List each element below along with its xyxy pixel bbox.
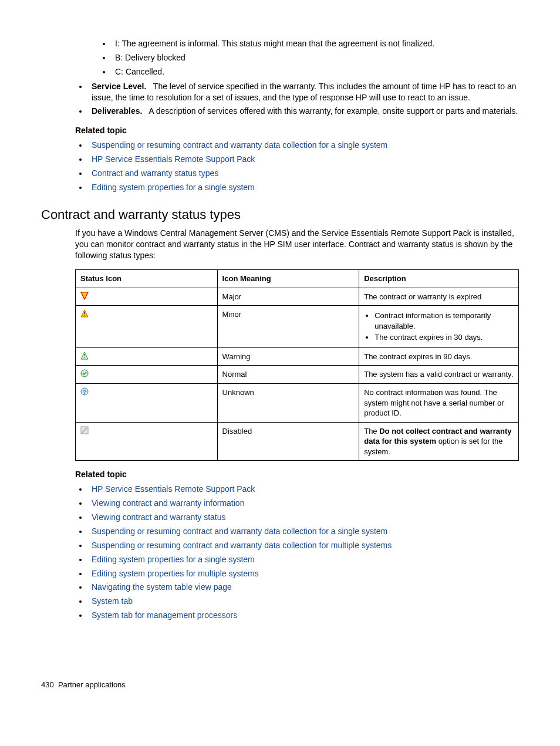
related-link-item: Suspending or resuming contract and warr… (88, 540, 519, 551)
related-link[interactable]: System tab for management processors (92, 610, 237, 620)
table-row: Major The contract or warranty is expire… (76, 288, 519, 306)
icon-meaning: Unknown (217, 383, 359, 422)
related-link-item: Suspending or resuming contract and warr… (88, 526, 519, 537)
related-link[interactable]: Suspending or resuming contract and warr… (92, 526, 387, 536)
top-content: I: The agreement is informal. This statu… (75, 38, 519, 193)
related-link[interactable]: Viewing contract and warranty informatio… (92, 498, 244, 508)
related-link-item: System tab (88, 596, 519, 607)
section-heading: Contract and warranty status types (41, 206, 519, 224)
related-link[interactable]: Editing system properties for a single s… (92, 555, 255, 564)
svg-rect-3 (84, 315, 85, 316)
related-link[interactable]: Suspending or resuming contract and warr… (92, 140, 387, 150)
svg-rect-2 (84, 312, 85, 314)
col-header-icon: Status Icon (76, 270, 218, 288)
related-topic-list-1: Suspending or resuming contract and warr… (75, 140, 519, 193)
related-link-item: System tab for management processors (88, 610, 519, 621)
definition-item-service-level: Service Level. The level of service spec… (88, 81, 519, 103)
desc-pre: The (364, 427, 379, 436)
sub-bullet-list: I: The agreement is informal. This statu… (75, 38, 519, 77)
related-link[interactable]: Contract and warranty status types (92, 168, 218, 178)
icon-meaning: Major (217, 288, 359, 306)
page-number: 430 (41, 680, 54, 689)
section-body: If you have a Windows Central Management… (75, 228, 519, 621)
icon-description: The system has a valid contract or warra… (359, 366, 519, 384)
svg-rect-6 (84, 357, 85, 357)
related-topic-heading-2: Related topic (75, 469, 519, 480)
related-link-item: HP Service Essentials Remote Support Pac… (88, 484, 519, 495)
status-icon-major (76, 288, 218, 306)
status-icon-normal (76, 366, 218, 384)
desc-list-item: Contract information is temporarily unav… (375, 310, 514, 331)
definition-list: Service Level. The level of service spec… (75, 81, 519, 117)
sub-bullet-item: C: Cancelled. (112, 66, 519, 77)
table-row: Normal The system has a valid contract o… (76, 366, 519, 384)
status-table: Status Icon Icon Meaning Description Maj… (75, 269, 519, 461)
related-link[interactable]: HP Service Essentials Remote Support Pac… (92, 154, 255, 164)
sub-bullet-item: I: The agreement is informal. This statu… (112, 38, 519, 49)
related-link[interactable]: Editing system properties for a single s… (92, 183, 255, 192)
related-link-item: Editing system properties for a single s… (88, 554, 519, 565)
service-level-text: The level of service specified in the wa… (92, 82, 516, 102)
col-header-meaning: Icon Meaning (217, 270, 359, 288)
definition-item-deliverables: Deliverables. A description of services … (88, 106, 519, 117)
status-icon-warning (76, 347, 218, 366)
related-link-item: Contract and warranty status types (88, 168, 519, 179)
related-link-item: Editing system properties for a single s… (88, 182, 519, 193)
icon-meaning: Normal (217, 366, 359, 384)
page-footer: 430 Partner applications (41, 680, 519, 690)
related-link[interactable]: HP Service Essentials Remote Support Pac… (92, 484, 255, 494)
table-row: Disabled The Do not collect contract and… (76, 422, 519, 461)
deliverables-label: Deliverables. (92, 106, 142, 116)
related-link-item: Suspending or resuming contract and warr… (88, 140, 519, 151)
related-link[interactable]: Navigating the system table view page (92, 582, 232, 592)
desc-list-item: The contract expires in 30 days. (375, 332, 514, 343)
related-link-item: Viewing contract and warranty status (88, 512, 519, 523)
service-level-label: Service Level. (92, 82, 146, 91)
svg-text:?: ? (83, 389, 86, 394)
icon-description: The Do not collect contract and warranty… (359, 422, 519, 461)
icon-description: No contract information was found. The s… (359, 383, 519, 422)
related-link-item: Editing system properties for multiple s… (88, 568, 519, 579)
icon-description: The contract or warranty is expired (359, 288, 519, 306)
related-link[interactable]: Suspending or resuming contract and warr… (92, 541, 392, 550)
related-topic-heading-1: Related topic (75, 125, 519, 136)
icon-meaning: Minor (217, 306, 359, 348)
footer-title: Partner applications (58, 680, 126, 689)
related-link[interactable]: Viewing contract and warranty status (92, 512, 226, 522)
table-row: Warning The contract expires in 90 days. (76, 347, 519, 366)
svg-marker-0 (81, 292, 88, 299)
related-link-item: Navigating the system table view page (88, 582, 519, 593)
svg-rect-5 (84, 354, 85, 356)
status-icon-minor (76, 306, 218, 348)
section-intro: If you have a Windows Central Management… (75, 228, 519, 261)
table-header-row: Status Icon Icon Meaning Description (76, 270, 519, 288)
table-row: Minor Contract information is temporaril… (76, 306, 519, 348)
related-topic-list-2: HP Service Essentials Remote Support Pac… (75, 484, 519, 621)
related-link-item: Viewing contract and warranty informatio… (88, 498, 519, 509)
deliverables-text: A description of services offered with t… (149, 106, 518, 116)
icon-meaning: Warning (217, 347, 359, 366)
related-link[interactable]: Editing system properties for multiple s… (92, 569, 259, 578)
col-header-description: Description (359, 270, 519, 288)
icon-description: Contract information is temporarily unav… (359, 306, 519, 348)
sub-bullet-item: B: Delivery blocked (112, 52, 519, 63)
icon-meaning: Disabled (217, 422, 359, 461)
related-link-item: HP Service Essentials Remote Support Pac… (88, 154, 519, 165)
status-icon-disabled (76, 422, 218, 461)
related-link[interactable]: System tab (92, 596, 133, 606)
table-row: ? Unknown No contract information was fo… (76, 383, 519, 422)
status-icon-unknown: ? (76, 383, 218, 422)
icon-description: The contract expires in 90 days. (359, 347, 519, 366)
